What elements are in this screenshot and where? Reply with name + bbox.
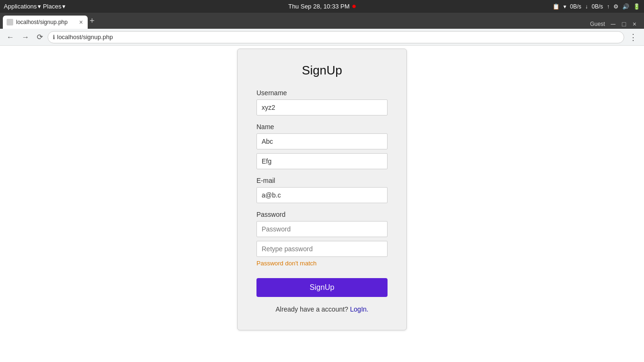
volume-icon: 🔊 [622, 3, 629, 10]
reload-button[interactable]: ⟳ [34, 31, 46, 43]
name-field-group: Name [256, 123, 388, 169]
places-label: Places [43, 3, 61, 10]
minimize-button[interactable]: ─ [608, 19, 618, 29]
os-topbar-right: 📋 ▾ 0B/s ↓ 0B/s ↑ ⚙ 🔊 🔋 [553, 3, 640, 10]
last-name-input[interactable] [256, 153, 388, 169]
chevron-down-icon: ▾ [563, 3, 566, 10]
tab-favicon [7, 19, 13, 25]
browser-tab-active[interactable]: localhost/signup.php × [3, 16, 88, 29]
page-content: SignUp Username Name E-mail Password Pas… [0, 30, 644, 362]
address-url: localhost/signup.php [57, 33, 113, 41]
username-label: Username [256, 89, 388, 97]
name-label: Name [256, 123, 388, 131]
close-button[interactable]: × [630, 19, 639, 29]
network-up-icon: ↑ [607, 3, 610, 10]
os-topbar: Applications ▾ Places ▾ Thu Sep 28, 10:3… [0, 0, 644, 13]
password-field-group: Password Password don't match [256, 211, 388, 267]
datetime-text: Thu Sep 28, 10:33 PM [288, 3, 349, 10]
first-name-input[interactable] [256, 133, 388, 149]
applications-chevron: ▾ [38, 3, 41, 10]
tab-close-button[interactable]: × [78, 18, 84, 26]
power-icon: 🔋 [633, 3, 640, 10]
restore-button[interactable]: □ [619, 19, 628, 29]
retype-password-input[interactable] [256, 241, 388, 257]
already-account-text: Already have a account? [276, 305, 348, 313]
settings-icon: ⚙ [613, 3, 619, 10]
new-tab-button[interactable]: + [90, 16, 95, 26]
browser-toolbar: ← → ⟳ ℹ localhost/signup.php ⋮ [0, 29, 644, 46]
lock-icon: ℹ [53, 34, 55, 41]
email-input[interactable] [256, 187, 388, 203]
places-chevron: ▾ [62, 3, 66, 10]
applications-menu[interactable]: Applications ▾ [4, 3, 41, 10]
email-label: E-mail [256, 177, 388, 184]
network-down-value: 0B/s [570, 3, 581, 10]
signup-button[interactable]: SignUp [256, 278, 388, 297]
browser-menu-button[interactable]: ⋮ [626, 30, 640, 44]
username-input[interactable] [256, 99, 388, 115]
browser-window-controls: Guest ─ □ × [590, 19, 639, 29]
address-bar[interactable]: ℹ localhost/signup.php [48, 31, 624, 43]
network-down-icon: ↓ [585, 3, 588, 10]
signup-card: SignUp Username Name E-mail Password Pas… [237, 49, 407, 330]
login-link[interactable]: LogIn. [350, 305, 369, 313]
places-menu[interactable]: Places ▾ [43, 3, 66, 10]
username-field-group: Username [256, 89, 388, 115]
browser-tabbar: localhost/signup.php × + Guest ─ □ × [0, 13, 644, 29]
password-input[interactable] [256, 221, 388, 237]
signup-title: SignUp [256, 63, 388, 78]
record-dot [353, 5, 356, 8]
password-label: Password [256, 211, 388, 218]
applications-label: Applications [4, 3, 37, 10]
login-prompt: Already have a account? LogIn. [256, 305, 388, 313]
back-button[interactable]: ← [4, 31, 17, 43]
os-topbar-left: Applications ▾ Places ▾ [4, 3, 66, 10]
password-error: Password don't match [256, 260, 388, 267]
guest-label: Guest [590, 21, 605, 27]
forward-button[interactable]: → [19, 31, 32, 43]
os-datetime: Thu Sep 28, 10:33 PM [288, 3, 355, 10]
tab-title: localhost/signup.php [16, 19, 75, 25]
email-field-group: E-mail [256, 177, 388, 203]
clipboard-icon: 📋 [553, 3, 560, 10]
browser-chrome: localhost/signup.php × + Guest ─ □ × ← →… [0, 13, 644, 46]
network-up-value: 0B/s [592, 3, 603, 10]
